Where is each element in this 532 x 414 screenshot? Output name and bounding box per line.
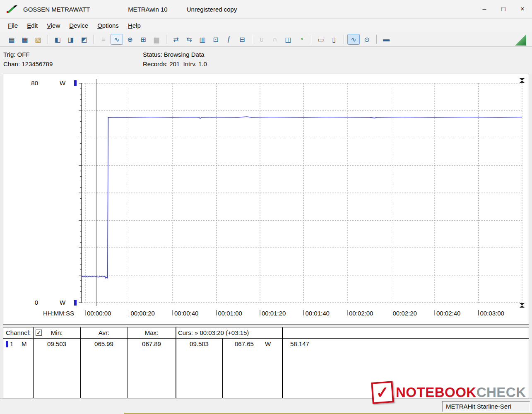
y-min-label: 0: [35, 299, 38, 306]
wave-low-icon: ∪: [255, 34, 268, 45]
chart-plot[interactable]: 800WWHH:MM:SS00:00:0000:00:2000:00:4000:…: [3, 74, 529, 324]
cursor2-unit: W: [265, 340, 271, 347]
close-button[interactable]: ×: [513, 0, 532, 18]
browse-status: Status: Browsing Data: [143, 51, 204, 58]
copy-screen-icon[interactable]: ◨: [65, 34, 77, 45]
numeric-display-icon: ≡: [97, 34, 110, 45]
menu-item-edit[interactable]: Edit: [22, 20, 42, 31]
x-tick-label: 00:02:20: [393, 310, 417, 317]
toolbar-separator: [252, 35, 252, 44]
toolbar-separator: [344, 35, 344, 44]
column-divider: [128, 327, 128, 398]
column-divider: [222, 339, 223, 398]
app-logo-icon: [6, 5, 17, 14]
window-title-brand: GOSSEN METRAWATT: [23, 6, 90, 13]
toolbar-separator: [94, 35, 94, 44]
x-axis-title: HH:MM:SS: [43, 310, 74, 317]
toolbar: ▤▦▧◧◨◩≡∿⊕⊞▆⇄⇆▥⊡ƒ⊟∪∩◫◔▭▯∿⊙▬: [0, 32, 532, 47]
checkmark-icon: ✓: [376, 384, 390, 401]
open-file-icon[interactable]: ▤: [5, 34, 18, 45]
trigger-status: Trig: OFF: [3, 51, 30, 58]
cursor-column-header: Curs: » 00:03:20 (+03:15): [178, 329, 249, 336]
timer-icon[interactable]: ◔: [295, 34, 308, 45]
toolbar-separator: [376, 35, 377, 44]
x-tick-label: 00:01:40: [306, 310, 330, 317]
minimize-button[interactable]: –: [475, 0, 494, 18]
notebookcheck-logo-icon: ✓: [371, 381, 394, 404]
pc-display-icon[interactable]: ⊟: [236, 34, 248, 45]
x-tick-label: 00:03:00: [480, 310, 504, 317]
device-read-icon[interactable]: ⇆: [183, 34, 195, 45]
copy-window-icon[interactable]: ◩: [78, 34, 90, 45]
histogram-icon: ▆: [150, 34, 163, 45]
zoom-time-icon[interactable]: ∿: [347, 34, 360, 45]
channel-column-label: Channel:: [6, 329, 31, 336]
column-divider: [33, 327, 34, 398]
cursor2-marker-top: [520, 78, 525, 83]
channel-status: Chan: 123456789: [3, 60, 53, 67]
menu-item-device[interactable]: Device: [65, 20, 93, 31]
status-area: Trig: OFF Chan: 123456789 Status: Browsi…: [0, 47, 532, 74]
column-divider: [176, 327, 176, 398]
title-bar: GOSSEN METRAWATT METRAwin 10 Unregistere…: [0, 0, 532, 19]
y-max-label: 80: [31, 79, 38, 87]
wave-high-icon: ∩: [269, 34, 281, 45]
notebookcheck-watermark: ✓ NOTEBOOKCHECK: [372, 379, 527, 406]
x-tick-label: 00:00:20: [131, 310, 155, 317]
cursor1-value: 09.503: [176, 340, 222, 347]
compare-pages-icon[interactable]: ◫: [282, 34, 294, 45]
yt-chart-icon[interactable]: ∿: [111, 34, 123, 45]
min-value: 09.503: [34, 340, 80, 347]
menu-item-view[interactable]: View: [42, 20, 65, 31]
avr-value: 065.99: [81, 340, 127, 347]
window-title-note: Unregistered copy: [187, 6, 237, 13]
print-preview-icon[interactable]: ▯: [328, 34, 340, 45]
chart-panel: 800WWHH:MM:SS00:00:0000:00:2000:00:4000:…: [3, 74, 529, 325]
header-divider: [3, 338, 529, 339]
x-tick-label: 00:01:20: [262, 310, 286, 317]
watermark-word2: CHECK: [477, 385, 526, 400]
window-controls: – □ ×: [475, 0, 532, 18]
table-view-icon[interactable]: ⊞: [137, 34, 149, 45]
toolbar-separator: [48, 35, 48, 44]
channel-range-marker-top: [74, 80, 77, 86]
menu-item-file[interactable]: File: [3, 20, 22, 31]
channel-mode: M: [22, 340, 27, 347]
save-file-icon[interactable]: ▦: [19, 34, 31, 45]
max-value: 067.89: [128, 340, 175, 347]
x-tick-label: 00:00:40: [174, 310, 198, 317]
maximize-button[interactable]: □: [494, 0, 513, 18]
zoom-signal-icon[interactable]: ⊙: [361, 34, 373, 45]
device-settings-icon[interactable]: ▥: [196, 34, 209, 45]
window-title-app: METRAwin 10: [128, 6, 168, 13]
column-divider: [282, 327, 283, 398]
avr-column-header: Avr:: [81, 329, 127, 336]
annotation-icon[interactable]: ▬: [380, 34, 392, 45]
device-send-icon[interactable]: ⇄: [170, 34, 182, 45]
channel-range-marker-bottom: [74, 300, 77, 306]
delta-value: 58.147: [290, 340, 309, 347]
watermark-text: NOTEBOOKCHECK: [396, 385, 526, 400]
x-tick-label: 00:02:00: [349, 310, 373, 317]
monitor-icon[interactable]: ⊡: [209, 34, 222, 45]
xy-chart-icon[interactable]: ⊕: [124, 34, 136, 45]
toolbar-separator: [166, 35, 166, 44]
print-icon[interactable]: ▭: [315, 34, 327, 45]
export-data-icon[interactable]: ◧: [51, 34, 64, 45]
toolbar-separator: [311, 35, 311, 44]
green-triangle-icon: [515, 34, 526, 46]
x-tick-label: 00:00:00: [87, 310, 111, 317]
open-folder-icon[interactable]: ▧: [32, 34, 44, 45]
menu-item-help[interactable]: Help: [123, 20, 145, 31]
y-unit-bottom-label: W: [60, 299, 66, 306]
min-column-header: Min:: [34, 329, 80, 336]
x-tick-label: 00:01:00: [218, 310, 242, 317]
channel-color-marker: [6, 341, 8, 347]
channel-number[interactable]: 1: [10, 340, 13, 347]
menu-item-options[interactable]: Options: [93, 20, 123, 31]
formula-icon[interactable]: ƒ: [223, 34, 235, 45]
cursor2-marker-bottom: [520, 303, 525, 308]
x-tick-label: 00:02:40: [436, 310, 460, 317]
series-line-channel-1-power: [82, 117, 522, 278]
y-unit-top-label: W: [60, 79, 66, 87]
